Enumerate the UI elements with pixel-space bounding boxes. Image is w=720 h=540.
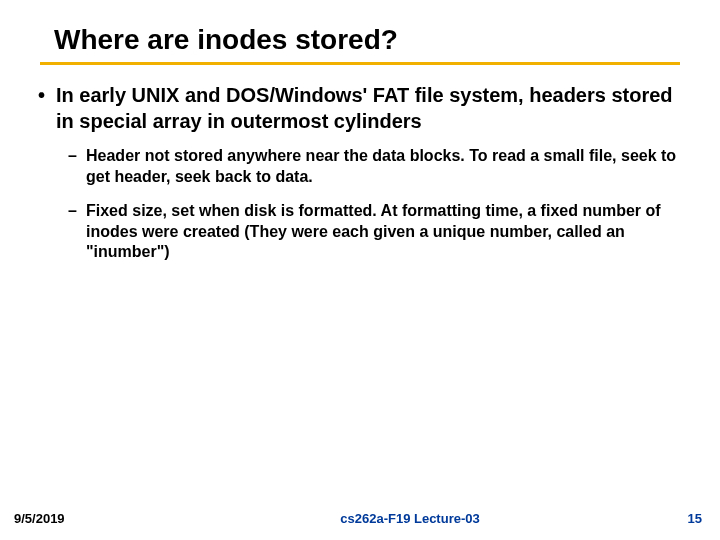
bullet-text: Header not stored anywhere near the data… <box>86 146 682 187</box>
bullet-level2: – Header not stored anywhere near the da… <box>68 146 682 187</box>
bullet-level1: • In early UNIX and DOS/Windows' FAT fil… <box>38 83 682 134</box>
bullet-level2: – Fixed size, set when disk is formatted… <box>68 201 682 262</box>
bullet-text: Fixed size, set when disk is formatted. … <box>86 201 682 262</box>
content-area: • In early UNIX and DOS/Windows' FAT fil… <box>0 65 720 263</box>
bullet-dash-icon: – <box>68 201 86 262</box>
bullet-text: In early UNIX and DOS/Windows' FAT file … <box>56 83 682 134</box>
footer: 9/5/2019 cs262a-F19 Lecture-03 15 <box>0 511 720 526</box>
bullet-dot-icon: • <box>38 83 56 134</box>
slide: Where are inodes stored? • In early UNIX… <box>0 0 720 540</box>
slide-title: Where are inodes stored? <box>54 24 720 56</box>
footer-date: 9/5/2019 <box>0 511 160 526</box>
footer-lecture: cs262a-F19 Lecture-03 <box>160 511 660 526</box>
footer-page-number: 15 <box>660 511 720 526</box>
title-block: Where are inodes stored? <box>0 0 720 56</box>
bullet-dash-icon: – <box>68 146 86 187</box>
